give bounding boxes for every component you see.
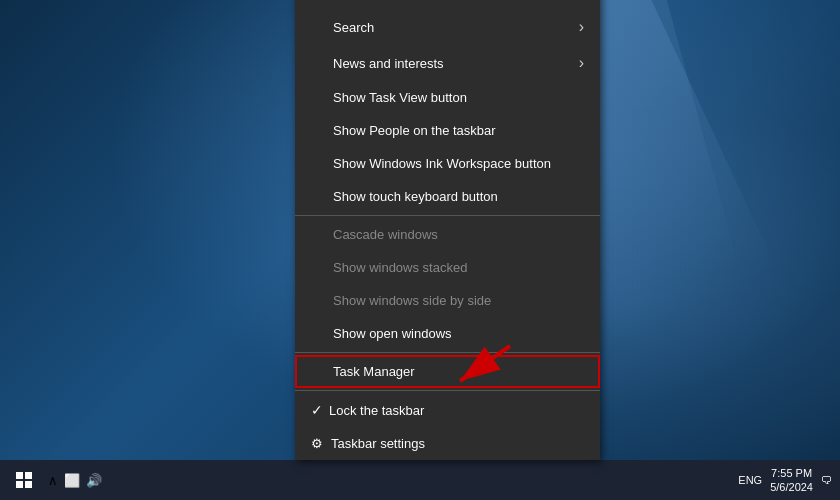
menu-item-task-view[interactable]: Show Task View button — [295, 81, 600, 114]
volume-icon[interactable]: 🔊 — [86, 473, 102, 488]
taskbar-clock[interactable]: 7:55 PM 5/6/2024 — [770, 466, 813, 495]
taskbar: ∧ ⬜ 🔊 ENG 7:55 PM 5/6/2024 🗨 — [0, 460, 840, 500]
svg-rect-4 — [16, 481, 23, 488]
menu-item-label: Search — [333, 20, 579, 35]
menu-item-label: Show touch keyboard button — [333, 189, 584, 204]
menu-item-news[interactable]: News and interests — [295, 45, 600, 81]
menu-item-label: Show Windows Ink Workspace button — [333, 156, 584, 171]
red-arrow — [430, 336, 520, 400]
monitor-icon: ⬜ — [64, 473, 80, 488]
menu-item-label: Show windows stacked — [333, 260, 584, 275]
menu-item-label: Cascade windows — [333, 227, 584, 242]
menu-item-label: Lock the taskbar — [329, 403, 584, 418]
gear-icon: ⚙ — [311, 436, 323, 451]
menu-item-taskbar-settings[interactable]: ⚙Taskbar settings — [295, 427, 600, 460]
check-icon: ✓ — [311, 402, 323, 418]
menu-item-cascade: Cascade windows — [295, 218, 600, 251]
svg-rect-5 — [25, 481, 32, 488]
svg-rect-2 — [16, 472, 23, 479]
taskbar-right: ENG 7:55 PM 5/6/2024 🗨 — [738, 466, 840, 495]
menu-item-label: Taskbar settings — [331, 436, 584, 451]
menu-item-ink-workspace[interactable]: Show Windows Ink Workspace button — [295, 147, 600, 180]
svg-line-1 — [460, 346, 510, 381]
menu-item-search[interactable]: Search — [295, 9, 600, 45]
desktop: ToolbarsSearchNews and interestsShow Tas… — [0, 0, 840, 500]
menu-item-people[interactable]: Show People on the taskbar — [295, 114, 600, 147]
start-button[interactable] — [0, 460, 48, 500]
time-display: 7:55 PM — [770, 466, 813, 480]
menu-item-stacked: Show windows stacked — [295, 251, 600, 284]
menu-item-side-by-side: Show windows side by side — [295, 284, 600, 317]
menu-item-label: Show People on the taskbar — [333, 123, 584, 138]
separator-sep1 — [295, 215, 600, 216]
svg-rect-3 — [25, 472, 32, 479]
taskbar-system-icons: ∧ ⬜ 🔊 — [48, 473, 102, 488]
notification-icon[interactable]: 🗨 — [821, 474, 832, 486]
chevron-up-icon[interactable]: ∧ — [48, 473, 58, 488]
language-indicator: ENG — [738, 474, 762, 486]
date-display: 5/6/2024 — [770, 480, 813, 494]
menu-item-toolbars[interactable]: Toolbars — [295, 0, 600, 9]
menu-item-touch-keyboard[interactable]: Show touch keyboard button — [295, 180, 600, 213]
menu-item-label: Show Task View button — [333, 90, 584, 105]
menu-item-label: News and interests — [333, 56, 579, 71]
menu-item-label: Show windows side by side — [333, 293, 584, 308]
